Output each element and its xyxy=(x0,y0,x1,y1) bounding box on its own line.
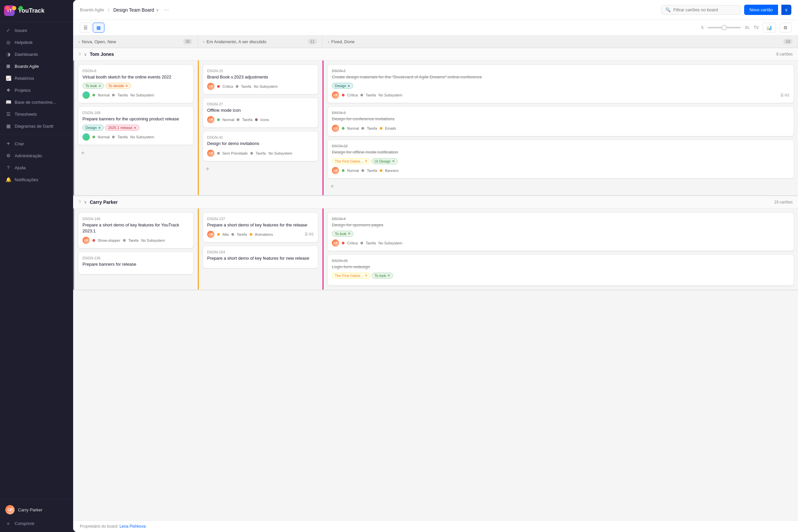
add-card-nova-tj[interactable]: + xyxy=(78,148,88,158)
card-dsgn-4[interactable]: DSGN-4 Design for sponsors pages To look… xyxy=(327,212,794,251)
card-dsgn-8[interactable]: DSGN-8 Virtual booth sketch for the onli… xyxy=(78,64,193,103)
tag-to-look-4[interactable]: To look ✕ xyxy=(332,231,354,237)
sidebar-user[interactable]: CP Carry Parker xyxy=(0,502,73,517)
board-view-button[interactable]: ▦ xyxy=(93,23,104,33)
user-avatar: CP xyxy=(5,505,15,514)
columns-header: ‹ Nova, Open, New 36 ‹ Em Andamento, A s… xyxy=(73,36,798,48)
tag-design-2[interactable]: Design ✕ xyxy=(332,83,353,89)
card-dsgn-2-meta: CP Crítica Tarefa No Subsystem ☰ 0/1 xyxy=(332,92,790,99)
tag-ui-design[interactable]: UI Design ✕ xyxy=(372,158,398,164)
card-dsgn-168[interactable]: DSGN-168 Prepare banners for the upcomin… xyxy=(78,107,193,145)
sidebar-compress[interactable]: « Comprimir xyxy=(0,517,73,529)
sidebar-item-admin[interactable]: ⚙ Administração xyxy=(0,150,73,162)
card-dsgn-27-title: Offline mode icon xyxy=(207,108,314,113)
size-tv-label: TV xyxy=(754,25,759,30)
priority-label-4: Crítica xyxy=(347,241,358,245)
tag-to-decide-remove[interactable]: ✕ xyxy=(125,84,128,88)
sidebar-item-dashboards[interactable]: ◑ Dashboards xyxy=(0,48,73,60)
priority-dot-4 xyxy=(342,242,344,244)
topbar-more-icon[interactable]: ··· xyxy=(162,6,171,14)
card-dsgn-3[interactable]: DSGN-3 Design for conference invitations… xyxy=(327,107,794,136)
col-fixed-chevron[interactable]: ‹ xyxy=(328,39,329,44)
swimlane-chevron-icon[interactable]: ∨ xyxy=(84,52,87,57)
stats-button[interactable]: 📊 xyxy=(763,23,776,33)
card-dsgn-137[interactable]: DSGN-137 Prepare a short demo of key fea… xyxy=(203,212,318,242)
card-dsgn-2-id: DSGN-2 xyxy=(332,69,346,73)
dashboard-icon: ◑ xyxy=(5,51,11,57)
maximize-button[interactable] xyxy=(19,6,23,10)
window-menu-icon[interactable]: ⋮ xyxy=(787,5,791,10)
helpdesk-icon: ◎ xyxy=(5,39,11,45)
size-slider[interactable] xyxy=(707,27,741,28)
type-dot-22 xyxy=(361,169,364,172)
col-em-tom-jones: DSGN-15 Brand Book v.2023 adjustments CP… xyxy=(198,60,323,195)
card-dsgn-22[interactable]: DSGN-22 Design for offline mode notifica… xyxy=(327,140,794,178)
type-label-15: Tarefa xyxy=(241,84,251,89)
type-label-137: Tarefa xyxy=(237,232,247,236)
card-dsgn-15[interactable]: DSGN-15 Brand Book v.2023 adjustments CP… xyxy=(203,64,318,94)
card-dsgn-137-meta: CP Alta Tarefa Animations ☰ 0/1 xyxy=(207,231,314,238)
add-card-fixed-tj[interactable]: + xyxy=(327,182,337,191)
boards-icon: ⊞ xyxy=(5,63,11,69)
sidebar-item-base[interactable]: 📖 Base de conhecime... xyxy=(0,96,73,108)
breadcrumb-current[interactable]: Design Team Board ∨ xyxy=(113,7,159,13)
sidebar-item-criar[interactable]: + Criar xyxy=(0,138,73,150)
priority-dot-3 xyxy=(342,127,344,130)
tag-first-game-26[interactable]: The First Game... ✕ xyxy=(332,273,370,279)
col-em-chevron[interactable]: ‹ xyxy=(203,39,205,44)
col-nova-title: Nova, Open, New xyxy=(82,39,116,44)
breadcrumb-chevron-icon: ∨ xyxy=(156,8,159,12)
priority-label-146: Show-stopper xyxy=(98,239,120,242)
close-button[interactable] xyxy=(5,6,10,10)
card-dsgn-26[interactable]: DSGN-26 Login form redesign The First Ga… xyxy=(327,254,794,286)
tag-to-look[interactable]: To look ✕ xyxy=(82,83,104,89)
swimlane-cp-chevron-icon[interactable]: ∨ xyxy=(84,200,87,205)
list-view-button[interactable]: ☰ xyxy=(80,23,92,33)
card-dsgn-8-id: DSGN-8 xyxy=(82,69,96,73)
subsystem-dot-137 xyxy=(250,233,252,236)
sidebar-item-relatorios[interactable]: 📈 Relatórios xyxy=(0,72,73,84)
sidebar-item-notificacoes[interactable]: 🔔 Notificações xyxy=(0,174,73,186)
sidebar-item-boards-agile[interactable]: ⊞ Boards Agile xyxy=(0,60,73,72)
card-dsgn-136[interactable]: DSGN-136 Prepare banners for release xyxy=(78,252,193,274)
tag-to-look-26[interactable]: To look ✕ xyxy=(372,273,393,279)
sidebar-item-issues[interactable]: ✓ Issues xyxy=(0,24,73,36)
card-dsgn-41[interactable]: DSGN-41 Design for demo invitations CP S… xyxy=(203,131,318,161)
card-dsgn-22-title: Design for offline mode notification xyxy=(332,149,790,155)
tag-release-remove[interactable]: ✕ xyxy=(134,126,136,130)
knowledge-icon: 📖 xyxy=(5,99,11,105)
add-card-em-tj[interactable]: + xyxy=(203,165,212,174)
search-box[interactable]: 🔍 xyxy=(661,5,741,15)
breadcrumb-parent[interactable]: Boards Agile xyxy=(80,7,104,12)
col-nova-carry-parker: DSGN-146 Prepare a short demo of key fea… xyxy=(73,208,198,290)
card-dsgn-146[interactable]: DSGN-146 Prepare a short demo of key fea… xyxy=(78,212,193,248)
sidebar-nav: ✓ Issues ◎ Helpdesk ◑ Dashboards ⊞ Board… xyxy=(0,22,73,499)
card-dsgn-2[interactable]: DSGN-2 Create design materials for the "… xyxy=(327,64,794,103)
tag-2025-release[interactable]: 2025.1 release ✕ xyxy=(105,125,139,131)
search-input[interactable] xyxy=(673,7,737,12)
sidebar-label-criar: Criar xyxy=(15,141,24,146)
card-dsgn-154[interactable]: DSGN-154 Prepare a short demo of key fea… xyxy=(203,246,318,268)
sidebar-label-relatorios: Relatórios xyxy=(15,76,34,81)
tag-to-look-remove[interactable]: ✕ xyxy=(98,84,101,88)
sidebar-item-projetos[interactable]: ❖ Projetos xyxy=(0,84,73,96)
type-dot-4 xyxy=(360,242,363,244)
settings-button[interactable]: ⚙ xyxy=(780,23,791,33)
card-dsgn-27[interactable]: DSGN-27 Offline mode icon CP Normal Tare… xyxy=(203,98,318,128)
new-card-button[interactable]: Novo cartão xyxy=(744,5,778,15)
minimize-button[interactable] xyxy=(12,6,16,10)
card-dsgn-41-title: Design for demo invitations xyxy=(207,141,314,147)
sidebar-item-helpdesk[interactable]: ◎ Helpdesk xyxy=(0,36,73,48)
sidebar-label-base: Base de conhecime... xyxy=(15,100,56,105)
tag-design-remove[interactable]: ✕ xyxy=(98,126,101,130)
col-nova-chevron[interactable]: ‹ xyxy=(78,39,80,44)
tag-to-decide[interactable]: To decide ✕ xyxy=(106,83,131,89)
sidebar-item-timesheets[interactable]: ☰ Timesheets xyxy=(0,108,73,120)
sidebar-item-diagramas[interactable]: ▦ Diagramas de Gantt xyxy=(0,120,73,132)
card-dsgn-146-avatar: CP xyxy=(82,237,90,244)
tag-first-game[interactable]: The First Game... ✕ xyxy=(332,158,370,164)
sidebar-item-ajuda[interactable]: ? Ajuda xyxy=(0,162,73,174)
owner-link[interactable]: Lena Pishkova xyxy=(119,524,146,529)
tag-design[interactable]: Design ✕ xyxy=(82,125,104,131)
subsystem-label: No Subsystem xyxy=(130,93,154,97)
